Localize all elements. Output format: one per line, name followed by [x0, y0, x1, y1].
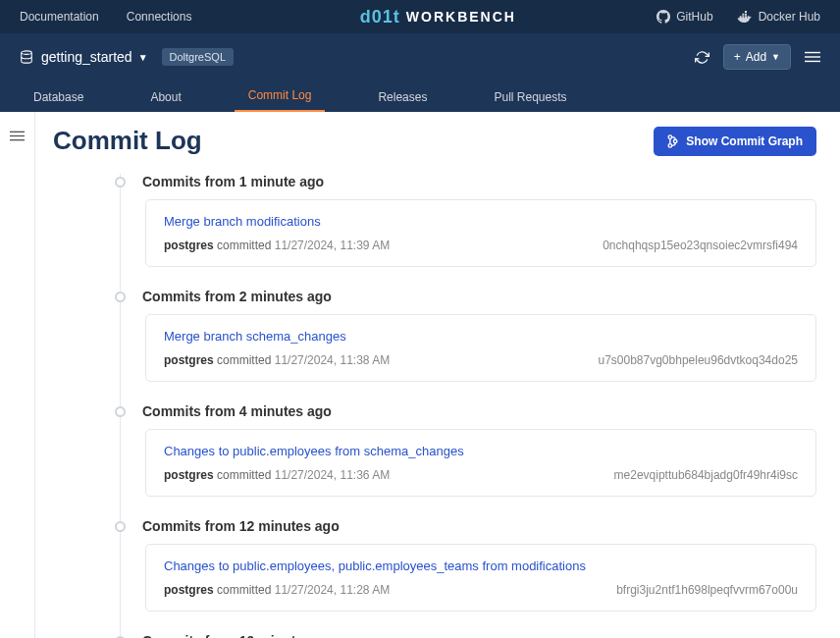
commit-group-header: Commits from 2 minutes ago — [112, 289, 816, 304]
commit-card: Merge branch modifications postgres comm… — [145, 199, 816, 267]
commit-action: committed — [217, 468, 271, 482]
commit-title-link[interactable]: Merge branch modifications — [164, 214, 798, 229]
commit-time: 11/27/2024, 11:28 AM — [275, 583, 390, 597]
database-icon — [20, 50, 33, 64]
commit-time: 11/27/2024, 11:38 AM — [275, 353, 390, 367]
db-engine-tag: DoltgreSQL — [162, 48, 234, 66]
svg-point-7 — [668, 134, 672, 138]
group-heading: Commits from 4 minutes ago — [142, 403, 332, 419]
db-selector[interactable]: getting_started — [41, 49, 132, 65]
tab-pull-requests[interactable]: Pull Requests — [480, 82, 580, 112]
refresh-button[interactable] — [695, 50, 709, 65]
tab-releases[interactable]: Releases — [364, 82, 441, 112]
commit-action: committed — [217, 353, 271, 367]
graph-icon — [667, 134, 678, 148]
commit-group-header: Commits from 12 minutes ago — [112, 518, 816, 534]
svg-point-0 — [22, 51, 32, 55]
commit-timeline: Commits from 1 minute ago Merge branch m… — [112, 174, 816, 638]
hamburger-icon — [805, 50, 820, 64]
tab-database[interactable]: Database — [20, 82, 97, 112]
commit-group-header: Commits from 1 minute ago — [112, 174, 816, 189]
svg-point-9 — [674, 139, 678, 143]
refresh-icon — [695, 50, 709, 65]
group-heading: Commits from 1 minute ago — [142, 174, 324, 189]
logo[interactable]: d01t WORKBENCH — [219, 7, 656, 27]
commit-card: Changes to public.employees, public.empl… — [145, 544, 816, 611]
nav-documentation[interactable]: Documentation — [20, 10, 99, 24]
group-heading: Commits from 2 minutes ago — [142, 289, 332, 304]
commit-hash[interactable]: 0nchqhqsp15eo23qnsoiec2vmrsfi494 — [603, 239, 798, 252]
commit-title-link[interactable]: Changes to public.employees from schema_… — [164, 444, 798, 458]
commit-action: committed — [217, 583, 271, 597]
commit-title-link[interactable]: Changes to public.employees, public.empl… — [164, 558, 798, 573]
menu-button[interactable] — [805, 50, 820, 64]
github-icon — [656, 10, 670, 24]
tabbar: Database About Commit Log Releases Pull … — [0, 80, 840, 112]
tab-about[interactable]: About — [136, 82, 194, 112]
sidebar-toggle[interactable] — [10, 130, 25, 638]
timeline-dot-icon — [115, 521, 126, 532]
github-label: GitHub — [676, 10, 712, 24]
timeline-dot-icon — [115, 406, 126, 417]
commit-hash[interactable]: me2evqipttub684bjadg0fr49hr4i9sc — [614, 468, 798, 482]
left-sidebar-strip — [0, 112, 35, 638]
group-heading: Commits from 12 minutes ago — [142, 518, 340, 534]
caret-down-icon[interactable]: ▼ — [138, 52, 148, 63]
logo-prefix: d01t — [360, 7, 400, 27]
add-label: Add — [746, 50, 766, 64]
commit-group-header: Commits from 4 minutes ago — [112, 403, 816, 419]
commit-author: postgres — [164, 468, 214, 482]
show-graph-label: Show Commit Graph — [686, 134, 803, 148]
svg-point-8 — [668, 143, 672, 147]
commit-author: postgres — [164, 353, 214, 367]
main-content: Commit Log Show Commit Graph Commits fro… — [35, 112, 840, 638]
commit-card: Merge branch schema_changes postgres com… — [145, 314, 816, 382]
hamburger-icon — [10, 130, 25, 142]
topbar: Documentation Connections d01t WORKBENCH… — [0, 0, 840, 33]
commit-author: postgres — [164, 239, 214, 252]
timeline-dot-icon — [115, 177, 126, 187]
commit-hash[interactable]: u7s00b87vg0bhpeleu96dvtkoq34do25 — [598, 353, 798, 367]
commit-card: Changes to public.employees from schema_… — [145, 429, 816, 497]
subbar: getting_started ▼ DoltgreSQL + Add ▼ — [0, 33, 840, 80]
nav-connections[interactable]: Connections — [127, 10, 192, 24]
dockerhub-label: Docker Hub — [759, 10, 820, 24]
commit-author: postgres — [164, 583, 214, 597]
page-title: Commit Log — [53, 126, 202, 156]
docker-icon — [737, 11, 753, 23]
commit-action: committed — [217, 239, 271, 252]
show-commit-graph-button[interactable]: Show Commit Graph — [654, 127, 816, 156]
commit-time: 11/27/2024, 11:39 AM — [275, 239, 390, 252]
commit-hash[interactable]: bfrgi3ju2ntf1h698lpeqfvvrm67o00u — [616, 583, 798, 597]
dockerhub-link[interactable]: Docker Hub — [737, 10, 820, 24]
commit-title-link[interactable]: Merge branch schema_changes — [164, 329, 798, 344]
caret-down-icon: ▼ — [771, 52, 780, 62]
commit-time: 11/27/2024, 11:36 AM — [275, 468, 390, 482]
tab-commit-log[interactable]: Commit Log — [235, 80, 326, 112]
add-button[interactable]: + Add ▼ — [723, 44, 791, 70]
logo-text: WORKBENCH — [406, 9, 516, 25]
commit-group-header: Commits from 19 minutes ago — [112, 633, 816, 638]
github-link[interactable]: GitHub — [656, 10, 712, 24]
timeline-dot-icon — [115, 292, 126, 302]
plus-icon: + — [734, 50, 741, 64]
group-heading: Commits from 19 minutes ago — [142, 633, 340, 638]
